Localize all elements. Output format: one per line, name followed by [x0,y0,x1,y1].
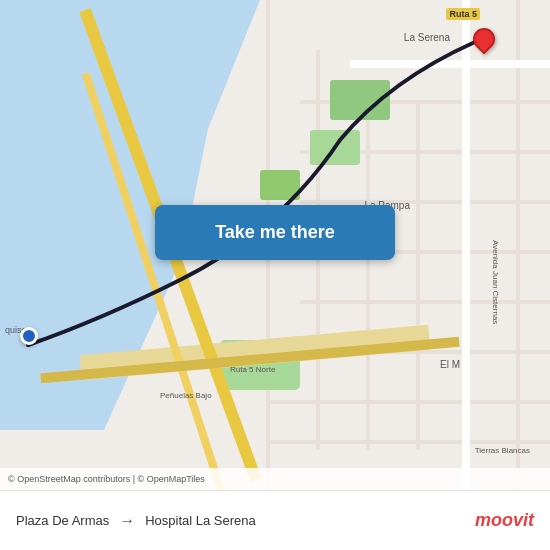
street [300,200,550,204]
street [300,300,550,304]
street [270,440,550,444]
pin-head [468,23,499,54]
street [270,400,550,404]
street [516,0,520,490]
bottom-bar: Plaza De Armas → Hospital La Serena moov… [0,490,550,550]
route-to-label: Hospital La Serena [145,513,256,528]
origin-marker [20,327,38,345]
map-container: La Serena La Pampa Ruta 5 Norte Peñuelas… [0,0,550,490]
copyright-text: © OpenStreetMap contributors | © OpenMap… [8,474,205,484]
green-area [330,80,390,120]
route-arrow-icon: → [119,512,135,530]
moovit-text: moovit [475,510,534,531]
take-me-there-button[interactable]: Take me there [155,205,395,260]
street [416,100,420,450]
green-area [310,130,360,165]
road-horizontal-top [350,60,550,68]
take-me-there-label: Take me there [215,222,335,243]
copyright-bar: © OpenStreetMap contributors | © OpenMap… [0,468,550,490]
road-avenida-juan-cisternas [462,0,470,490]
green-area [260,170,300,200]
label-ruta5-badge: Ruta 5 [446,8,480,20]
street [366,100,370,450]
route-from-label: Plaza De Armas [16,513,109,528]
destination-marker [473,28,495,50]
moovit-logo: moovit [475,510,534,531]
